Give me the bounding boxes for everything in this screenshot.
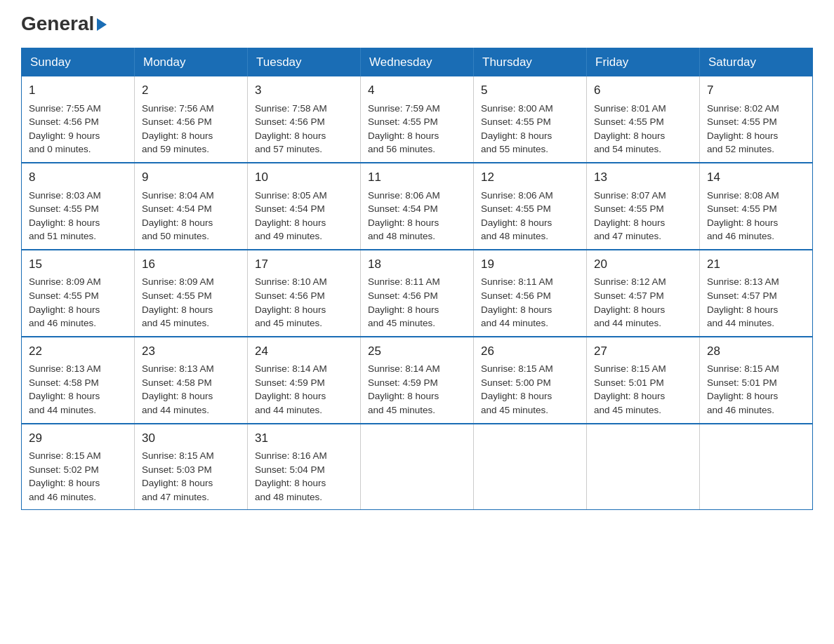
daylight: Daylight: 8 hours bbox=[142, 130, 213, 141]
sunrise: Sunrise: 8:12 AM bbox=[594, 276, 666, 287]
sunset: Sunset: 5:00 PM bbox=[481, 377, 551, 388]
calendar-day: 31Sunrise: 8:16 AMSunset: 5:04 PMDayligh… bbox=[248, 424, 361, 510]
calendar-day bbox=[474, 424, 587, 510]
daylight-minutes: and 57 minutes. bbox=[255, 144, 322, 154]
sunset: Sunset: 4:55 PM bbox=[594, 203, 664, 214]
daylight: Daylight: 9 hours bbox=[29, 130, 100, 141]
weekday-header-wednesday: Wednesday bbox=[361, 48, 474, 77]
sunset: Sunset: 5:03 PM bbox=[142, 464, 212, 475]
day-number: 13 bbox=[594, 169, 692, 187]
daylight-minutes: and 44 minutes. bbox=[142, 405, 209, 415]
daylight-minutes: and 44 minutes. bbox=[481, 318, 548, 328]
daylight: Daylight: 8 hours bbox=[255, 478, 326, 488]
daylight: Daylight: 8 hours bbox=[594, 217, 665, 228]
calendar-day: 12Sunrise: 8:06 AMSunset: 4:55 PMDayligh… bbox=[474, 163, 587, 250]
calendar-day: 10Sunrise: 8:05 AMSunset: 4:54 PMDayligh… bbox=[248, 163, 361, 250]
sunset: Sunset: 4:55 PM bbox=[481, 116, 551, 127]
daylight-minutes: and 46 minutes. bbox=[707, 231, 774, 241]
sunrise: Sunrise: 8:15 AM bbox=[594, 363, 666, 374]
day-number: 15 bbox=[29, 256, 127, 274]
daylight-minutes: and 54 minutes. bbox=[594, 144, 661, 154]
daylight: Daylight: 8 hours bbox=[707, 217, 778, 228]
page-header: General bbox=[21, 14, 813, 34]
day-number: 19 bbox=[481, 256, 579, 274]
sunrise: Sunrise: 7:56 AM bbox=[142, 103, 214, 114]
sunset: Sunset: 4:55 PM bbox=[368, 116, 438, 127]
sunset: Sunset: 4:55 PM bbox=[707, 203, 777, 214]
weekday-header-thursday: Thursday bbox=[474, 48, 587, 77]
day-number: 1 bbox=[29, 82, 127, 100]
daylight-minutes: and 0 minutes. bbox=[29, 144, 91, 154]
day-number: 27 bbox=[594, 343, 692, 361]
day-number: 18 bbox=[368, 256, 466, 274]
sunrise: Sunrise: 8:07 AM bbox=[594, 190, 666, 201]
sunset: Sunset: 4:55 PM bbox=[142, 290, 212, 301]
logo-general-text: General bbox=[21, 14, 107, 34]
daylight: Daylight: 8 hours bbox=[29, 478, 100, 488]
calendar-day bbox=[587, 424, 700, 510]
daylight-minutes: and 45 minutes. bbox=[368, 405, 435, 415]
calendar-day: 17Sunrise: 8:10 AMSunset: 4:56 PMDayligh… bbox=[248, 250, 361, 337]
sunrise: Sunrise: 8:02 AM bbox=[707, 103, 779, 114]
day-number: 31 bbox=[255, 430, 353, 448]
daylight-minutes: and 49 minutes. bbox=[255, 231, 322, 241]
calendar-week-4: 22Sunrise: 8:13 AMSunset: 4:58 PMDayligh… bbox=[22, 337, 813, 424]
sunrise: Sunrise: 8:11 AM bbox=[481, 276, 553, 287]
sunrise: Sunrise: 7:59 AM bbox=[368, 103, 440, 114]
sunset: Sunset: 4:59 PM bbox=[368, 377, 438, 388]
calendar-day: 19Sunrise: 8:11 AMSunset: 4:56 PMDayligh… bbox=[474, 250, 587, 337]
daylight-minutes: and 47 minutes. bbox=[594, 231, 661, 241]
sunset: Sunset: 4:55 PM bbox=[29, 290, 99, 301]
daylight: Daylight: 8 hours bbox=[594, 304, 665, 315]
daylight: Daylight: 8 hours bbox=[142, 304, 213, 315]
sunrise: Sunrise: 8:15 AM bbox=[142, 450, 214, 461]
day-number: 9 bbox=[142, 169, 240, 187]
sunset: Sunset: 4:54 PM bbox=[142, 203, 212, 214]
daylight-minutes: and 46 minutes. bbox=[29, 492, 96, 502]
day-number: 8 bbox=[29, 169, 127, 187]
daylight: Daylight: 8 hours bbox=[368, 391, 439, 401]
calendar-day: 9Sunrise: 8:04 AMSunset: 4:54 PMDaylight… bbox=[135, 163, 248, 250]
sunset: Sunset: 4:56 PM bbox=[29, 116, 99, 127]
daylight: Daylight: 8 hours bbox=[368, 130, 439, 141]
sunset: Sunset: 5:01 PM bbox=[707, 377, 777, 388]
calendar-day: 22Sunrise: 8:13 AMSunset: 4:58 PMDayligh… bbox=[22, 337, 135, 424]
sunset: Sunset: 4:57 PM bbox=[594, 290, 664, 301]
sunrise: Sunrise: 8:11 AM bbox=[368, 276, 440, 287]
calendar-day bbox=[361, 424, 474, 510]
day-number: 29 bbox=[29, 430, 127, 448]
sunset: Sunset: 4:55 PM bbox=[481, 203, 551, 214]
daylight-minutes: and 44 minutes. bbox=[29, 405, 96, 415]
daylight-minutes: and 47 minutes. bbox=[142, 492, 209, 502]
sunrise: Sunrise: 8:16 AM bbox=[255, 450, 327, 461]
sunset: Sunset: 4:56 PM bbox=[368, 290, 438, 301]
sunrise: Sunrise: 8:09 AM bbox=[142, 276, 214, 287]
day-number: 10 bbox=[255, 169, 353, 187]
calendar-day: 6Sunrise: 8:01 AMSunset: 4:55 PMDaylight… bbox=[587, 76, 700, 163]
weekday-header-friday: Friday bbox=[587, 48, 700, 77]
daylight-minutes: and 44 minutes. bbox=[707, 318, 774, 328]
daylight-minutes: and 45 minutes. bbox=[368, 318, 435, 328]
daylight: Daylight: 8 hours bbox=[255, 304, 326, 315]
day-number: 21 bbox=[707, 256, 805, 274]
day-number: 20 bbox=[594, 256, 692, 274]
calendar-day: 2Sunrise: 7:56 AMSunset: 4:56 PMDaylight… bbox=[135, 76, 248, 163]
day-number: 28 bbox=[707, 343, 805, 361]
daylight-minutes: and 51 minutes. bbox=[29, 231, 96, 241]
sunrise: Sunrise: 8:15 AM bbox=[481, 363, 553, 374]
daylight-minutes: and 44 minutes. bbox=[255, 405, 322, 415]
day-number: 14 bbox=[707, 169, 805, 187]
daylight: Daylight: 8 hours bbox=[481, 217, 552, 228]
calendar-day: 5Sunrise: 8:00 AMSunset: 4:55 PMDaylight… bbox=[474, 76, 587, 163]
sunrise: Sunrise: 7:58 AM bbox=[255, 103, 327, 114]
daylight-minutes: and 44 minutes. bbox=[594, 318, 661, 328]
sunrise: Sunrise: 8:08 AM bbox=[707, 190, 779, 201]
calendar-day: 30Sunrise: 8:15 AMSunset: 5:03 PMDayligh… bbox=[135, 424, 248, 510]
daylight-minutes: and 56 minutes. bbox=[368, 144, 435, 154]
calendar-day: 23Sunrise: 8:13 AMSunset: 4:58 PMDayligh… bbox=[135, 337, 248, 424]
calendar-week-3: 15Sunrise: 8:09 AMSunset: 4:55 PMDayligh… bbox=[22, 250, 813, 337]
calendar-day: 3Sunrise: 7:58 AMSunset: 4:56 PMDaylight… bbox=[248, 76, 361, 163]
sunrise: Sunrise: 8:15 AM bbox=[707, 363, 779, 374]
daylight-minutes: and 46 minutes. bbox=[707, 405, 774, 415]
sunrise: Sunrise: 8:09 AM bbox=[29, 276, 101, 287]
